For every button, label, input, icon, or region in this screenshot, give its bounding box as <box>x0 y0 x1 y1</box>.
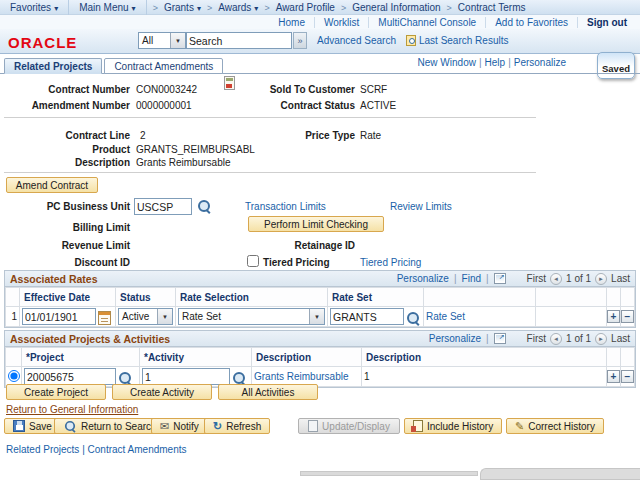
footer-contract-amendments-link[interactable]: Contract Amendments <box>88 444 187 455</box>
breadcrumb-chevron-icon <box>264 2 269 13</box>
utility-nav: Home Worklist MultiChannel Console Add t… <box>0 15 640 29</box>
rate-selection-value: Rate Set <box>179 309 309 324</box>
projects-header-activity: *Activity <box>140 348 252 367</box>
tiered-pricing-label: Tiered Pricing <box>263 257 330 268</box>
project-input[interactable] <box>24 368 116 385</box>
breadcrumb-award-profile[interactable]: Award Profile <box>276 2 335 13</box>
update-display-button: Update/Display <box>298 418 400 434</box>
tab-contract-amendments[interactable]: Contract Amendments <box>104 58 223 74</box>
rates-pager-count: 1 of 1 <box>566 273 591 284</box>
sign-out-link[interactable]: Sign out <box>577 17 636 28</box>
dropdown-arrow-icon[interactable] <box>170 33 185 48</box>
rates-find-link[interactable]: Find <box>462 273 481 284</box>
breadcrumb-main-menu[interactable]: Main Menu <box>79 2 135 13</box>
projects-delete-row-button[interactable] <box>621 370 634 383</box>
notify-button[interactable]: Notify <box>151 418 208 434</box>
amend-contract-button[interactable]: Amend Contract <box>6 177 98 193</box>
return-to-search-icon <box>64 420 76 432</box>
last-search-results-link[interactable]: Last Search Results <box>419 35 509 46</box>
rates-pager-next-icon[interactable] <box>595 273 607 285</box>
associated-projects-title: Associated Projects & Activities <box>10 333 170 345</box>
rates-pager-prev-icon[interactable] <box>550 273 562 285</box>
help-link[interactable]: Help <box>485 57 506 68</box>
home-link[interactable]: Home <box>269 17 314 28</box>
rates-pager-first[interactable]: First <box>527 273 546 284</box>
refresh-icon <box>213 421 222 432</box>
save-button[interactable]: Save <box>4 418 61 434</box>
projects-pager-first[interactable]: First <box>527 333 546 344</box>
advanced-search-link[interactable]: Advanced Search <box>317 35 396 46</box>
search-scope-dropdown[interactable]: All <box>138 32 186 49</box>
search-go-button[interactable] <box>293 32 307 49</box>
breadcrumb-general-information[interactable]: General Information <box>352 2 440 13</box>
rates-pager-last[interactable]: Last <box>611 273 630 284</box>
rates-add-row-button[interactable] <box>607 310 620 323</box>
dropdown-arrow-icon[interactable] <box>157 309 172 324</box>
perform-limit-checking-button[interactable]: Perform Limit Checking <box>248 216 384 232</box>
multichannel-console-link[interactable]: MultiChannel Console <box>368 17 485 28</box>
projects-pager-prev-icon[interactable] <box>550 333 562 345</box>
project-row-radio[interactable] <box>8 370 20 382</box>
tab-bar: Related Projects Contract Amendments <box>4 58 223 74</box>
horizontal-scrollbar[interactable] <box>300 471 478 476</box>
rate-set-input[interactable] <box>330 308 404 325</box>
activity-input[interactable] <box>142 368 230 385</box>
correct-history-button[interactable]: Correct History <box>506 418 604 434</box>
rate-set-link[interactable]: Rate Set <box>426 311 465 322</box>
projects-personalize-link[interactable]: Personalize <box>429 333 481 344</box>
rate-set-lookup-icon[interactable] <box>406 311 420 325</box>
all-activities-button[interactable]: All Activities <box>218 384 318 400</box>
projects-pager-next-icon[interactable] <box>595 333 607 345</box>
projects-zoom-grid-icon[interactable] <box>494 333 506 344</box>
breadcrumb-grants[interactable]: Grants <box>164 2 201 13</box>
product-label: Product <box>0 144 130 155</box>
associated-rates-grid: Associated Rates Personalize Find First … <box>4 270 636 328</box>
transaction-limits-link[interactable]: Transaction Limits <box>245 201 326 212</box>
projects-add-row-button[interactable] <box>607 370 620 383</box>
project-description-link[interactable]: Grants Reimbursable <box>254 371 348 382</box>
pc-business-unit-input[interactable] <box>134 198 192 215</box>
personalize-link[interactable]: Personalize <box>514 57 566 68</box>
rates-personalize-link[interactable]: Personalize <box>397 273 449 284</box>
rates-header-status: Status <box>116 288 176 307</box>
rates-header-rate-selection: Rate Selection <box>176 288 328 307</box>
create-project-button[interactable]: Create Project <box>6 384 106 400</box>
add-to-favorites-link[interactable]: Add to Favorites <box>485 17 577 28</box>
calendar-icon[interactable] <box>98 311 111 325</box>
tiered-pricing-link[interactable]: Tiered Pricing <box>360 257 421 268</box>
breadcrumb-awards[interactable]: Awards <box>218 2 258 13</box>
review-limits-link[interactable]: Review Limits <box>390 201 452 212</box>
breadcrumb-favorites[interactable]: Favorites <box>10 2 58 13</box>
status-dropdown[interactable]: Active <box>118 308 173 325</box>
worklist-link[interactable]: Worklist <box>314 17 368 28</box>
rates-header-empty <box>607 288 621 307</box>
effective-date-input[interactable] <box>22 308 96 325</box>
contract-note-icon[interactable] <box>224 76 235 90</box>
rates-zoom-grid-icon[interactable] <box>494 273 506 284</box>
separator <box>486 273 489 284</box>
include-history-icon <box>413 420 423 432</box>
rates-delete-row-button[interactable] <box>621 310 634 323</box>
create-activity-button[interactable]: Create Activity <box>112 384 212 400</box>
new-window-link[interactable]: New Window <box>418 57 476 68</box>
pc-business-unit-lookup-icon[interactable] <box>197 199 211 213</box>
contract-status-value: ACTIVE <box>360 100 396 111</box>
rate-selection-dropdown[interactable]: Rate Set <box>178 308 325 325</box>
sold-to-customer-value: SCRF <box>360 84 387 95</box>
search-scope-value: All <box>139 33 170 48</box>
projects-pager: First 1 of 1 Last <box>527 333 630 345</box>
return-to-search-button[interactable]: Return to Search <box>54 418 166 434</box>
dropdown-arrow-icon[interactable] <box>309 309 324 324</box>
tab-related-projects[interactable]: Related Projects <box>4 58 102 74</box>
include-history-button[interactable]: Include History <box>404 418 502 434</box>
return-to-general-information-link[interactable]: Return to General Information <box>6 404 138 415</box>
contract-line-value: 2 <box>140 130 146 141</box>
projects-pager-last[interactable]: Last <box>611 333 630 344</box>
refresh-button[interactable]: Refresh <box>204 418 270 434</box>
tiered-pricing-checkbox[interactable] <box>247 255 259 267</box>
activity-lookup-icon[interactable] <box>232 371 246 385</box>
footer-related-projects-link[interactable]: Related Projects <box>6 444 79 455</box>
projects-header-description2: Description <box>362 348 607 367</box>
project-lookup-icon[interactable] <box>118 371 132 385</box>
search-input[interactable] <box>186 32 292 49</box>
